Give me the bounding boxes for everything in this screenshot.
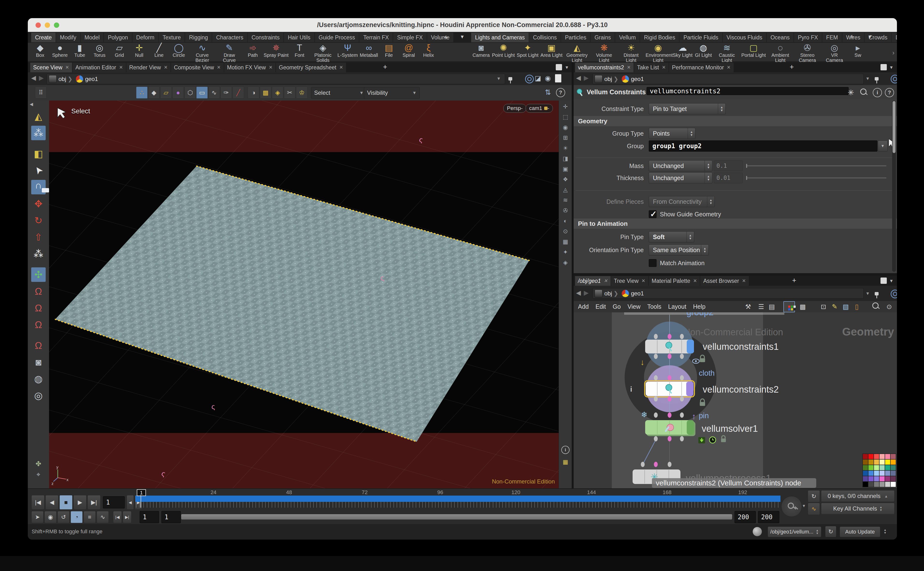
pin-type-dropdown[interactable]: Soft▲▼ <box>649 231 694 242</box>
add-pane-tab-button[interactable]: + <box>789 276 800 285</box>
pane-maximize-icon[interactable] <box>881 64 887 70</box>
palette-color-swatch[interactable] <box>863 465 868 470</box>
palette-color-swatch[interactable] <box>874 471 879 476</box>
path-forward-icon[interactable]: ▶ <box>584 289 588 296</box>
shelf-tool[interactable]: ╱ Line <box>150 43 168 58</box>
pin-pane-icon[interactable] <box>874 77 880 84</box>
shelf-tab[interactable]: Guide Process <box>315 32 359 42</box>
node-vellumsolver1[interactable] <box>645 420 695 436</box>
cloth-grid-geometry[interactable] <box>55 166 529 442</box>
pane-tab[interactable]: Motion FX View ✕ <box>224 63 276 72</box>
range-end-field-b[interactable]: 200 <box>758 511 779 523</box>
help-icon[interactable]: ? <box>885 88 894 97</box>
shelf-tab[interactable]: Grains <box>591 32 615 42</box>
toolbar-mini-icon[interactable]: ⌖ <box>37 471 40 478</box>
show-guide-checkbox[interactable] <box>649 210 656 218</box>
component-select-icon[interactable]: ⬡ <box>184 86 196 99</box>
path-back-icon[interactable]: ◀ <box>576 289 581 296</box>
pin-to-animation-section-header[interactable]: Pin to Animation <box>574 219 897 229</box>
palette-color-swatch[interactable] <box>874 476 879 481</box>
viewport-tool[interactable]: ◍ <box>31 372 46 386</box>
palette-color-swatch[interactable] <box>885 465 890 470</box>
shelf-tab[interactable]: Particle Fluids <box>679 32 722 42</box>
palette-color-swatch[interactable] <box>863 482 868 487</box>
select-option-icon[interactable]: ✂ <box>284 86 296 99</box>
select-option-icon[interactable]: ◑ <box>248 86 259 99</box>
pane-menu-icon[interactable]: ▼ <box>565 65 569 70</box>
shelf-tool[interactable]: ▸ Sw <box>849 43 867 58</box>
palette-color-swatch[interactable] <box>869 476 873 481</box>
palette-color-swatch[interactable] <box>879 476 885 481</box>
palette-color-swatch[interactable] <box>891 476 896 481</box>
shelf-tool[interactable]: ▱ Grid <box>111 43 128 58</box>
radial-freeze-icon[interactable]: ❄ <box>641 410 648 419</box>
range-end-field[interactable]: 200 <box>735 511 756 523</box>
stop-button[interactable]: ■ <box>59 495 72 509</box>
shelf-tool[interactable]: ✛ Null <box>130 43 148 58</box>
auto-update-spinner[interactable]: ▲▼ <box>884 528 887 534</box>
shelf-tab[interactable]: Characters <box>212 32 247 42</box>
network-thumbnails-icon[interactable]: ▩ <box>798 302 808 312</box>
view-cube-icon[interactable]: ◪ <box>535 74 541 82</box>
timeline-option-icon[interactable]: ➤ <box>31 511 43 523</box>
viewport-display-icon[interactable]: ❖ <box>561 175 570 184</box>
close-tab-icon[interactable]: ✕ <box>269 63 273 72</box>
palette-color-swatch[interactable] <box>869 482 873 487</box>
mass-mode-dropdown[interactable]: Unchanged▲▼ <box>649 160 712 171</box>
shelf-tool[interactable]: ✇ Stereo Camera <box>795 43 820 63</box>
palette-color-swatch[interactable] <box>891 465 896 470</box>
viewport-display-icon[interactable]: ⬚ <box>561 113 570 121</box>
palette-color-swatch[interactable] <box>879 454 885 459</box>
spinner-icon[interactable]: ▲▼ <box>688 128 695 139</box>
close-tab-icon[interactable]: ✕ <box>642 276 645 286</box>
spinner-icon[interactable]: ▲▼ <box>687 231 694 242</box>
auto-update-dropdown[interactable]: Auto Update <box>840 526 880 537</box>
pane-tab[interactable]: Animation Editor ✕ <box>72 63 126 72</box>
spinner-icon[interactable]: ▲▼ <box>701 245 708 255</box>
timeline-option-icon[interactable]: ∿ <box>97 511 109 523</box>
path-forward-icon[interactable]: ▶ <box>39 74 44 82</box>
pane-tab[interactable]: /obj/geo1 ✕ <box>575 276 611 286</box>
path-node[interactable]: geo1 <box>631 76 644 82</box>
scene-path-field[interactable]: obj ❯ geo1 <box>47 74 505 84</box>
view-figure-icon[interactable]: ◉ <box>545 74 551 82</box>
define-pieces-dropdown[interactable]: From Connectivity▲▼ <box>649 196 715 207</box>
shelf-tool[interactable]: ✺ Point Light <box>492 43 515 58</box>
pane-maximize-icon[interactable] <box>556 64 562 70</box>
palette-color-swatch[interactable] <box>879 482 885 487</box>
shelf-tab[interactable]: Drive Simulation <box>892 32 897 42</box>
viewport-display-icon[interactable]: ☀ <box>561 144 570 153</box>
viewport-tool[interactable]: ⇧ <box>31 230 46 244</box>
viewport-display-icon[interactable]: ⊞ <box>561 133 570 142</box>
globe-icon[interactable] <box>753 527 762 536</box>
palette-color-swatch[interactable] <box>863 460 868 465</box>
component-select-icon[interactable]: ● <box>172 86 184 99</box>
spinner-icon[interactable]: ▲▼ <box>705 160 712 171</box>
shelf-tab[interactable]: Oceans <box>767 32 793 42</box>
palette-color-swatch[interactable] <box>869 471 873 476</box>
node-label[interactable]: group2 <box>687 312 713 317</box>
path-back-icon[interactable]: ◀ <box>31 74 36 82</box>
shelf-tab[interactable]: Hair Utils <box>284 32 314 42</box>
pin-pane-icon[interactable] <box>507 77 514 84</box>
shelf-tool[interactable]: ▣ Area Light <box>541 43 562 58</box>
close-tab-icon[interactable]: ✕ <box>604 276 608 286</box>
shelf-tab[interactable]: Modify <box>56 32 80 42</box>
path-back-icon[interactable]: ◀ <box>576 74 581 82</box>
sticky-note-icon[interactable]: ✎ <box>829 302 840 312</box>
component-select-icon[interactable]: ∴ <box>136 86 148 99</box>
palette-color-swatch[interactable] <box>885 454 890 459</box>
select-mode-dropdown[interactable]: Select▼ <box>311 87 367 99</box>
palette-color-swatch[interactable] <box>891 460 896 465</box>
palette-color-swatch[interactable] <box>863 476 868 481</box>
viewport-tool[interactable]: ⁂ <box>31 247 46 261</box>
network-node-shape-icon[interactable]: ⊡ <box>818 302 829 312</box>
range-start-field[interactable]: 1 <box>140 511 159 523</box>
close-tab-icon[interactable]: ✕ <box>339 63 343 72</box>
gear-icon[interactable]: ✳ <box>848 88 854 97</box>
shelf-tab[interactable]: Constraints <box>248 32 283 42</box>
perspective-view-button[interactable]: Persp- <box>503 104 526 113</box>
shelf-tool[interactable]: @ Spiral <box>400 43 417 58</box>
path-forward-icon[interactable]: ▶ <box>584 74 588 82</box>
palette-color-swatch[interactable] <box>885 460 890 465</box>
